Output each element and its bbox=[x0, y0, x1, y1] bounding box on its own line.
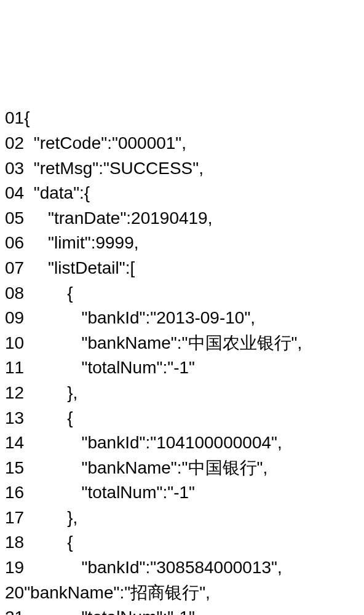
line-number: 14 bbox=[5, 433, 24, 452]
code-text: }, bbox=[24, 383, 77, 402]
code-line: 11 "totalNum":"-1" bbox=[5, 355, 359, 381]
line-number: 02 bbox=[5, 133, 24, 153]
line-number: 05 bbox=[5, 208, 24, 228]
code-text: { bbox=[24, 533, 73, 552]
code-line: 03 "retMsg":"SUCCESS", bbox=[5, 156, 359, 181]
line-number: 06 bbox=[5, 233, 24, 252]
line-number: 11 bbox=[5, 358, 24, 377]
line-number: 16 bbox=[5, 483, 24, 502]
code-line: 13 { bbox=[5, 406, 359, 431]
code-line: 21 "totalNum":"-1" bbox=[5, 605, 359, 615]
code-block: 01{02 "retCode":"000001",03 "retMsg":"SU… bbox=[5, 106, 359, 615]
code-line: 18 { bbox=[5, 530, 359, 555]
line-number: 10 bbox=[5, 333, 24, 352]
code-line: 01{ bbox=[5, 106, 359, 131]
code-line: 04 "data":{ bbox=[5, 181, 359, 206]
code-text: "bankName":"招商银行", bbox=[24, 583, 210, 602]
code-line: 17 }, bbox=[5, 506, 359, 531]
line-number: 17 bbox=[5, 508, 24, 527]
code-text: "tranDate":20190419, bbox=[24, 208, 212, 228]
code-line: 14 "bankId":"104100000004", bbox=[5, 430, 359, 456]
line-number: 15 bbox=[5, 458, 24, 477]
code-line: 20"bankName":"招商银行", bbox=[5, 581, 359, 606]
line-number: 19 bbox=[5, 558, 24, 577]
code-line: 12 }, bbox=[5, 381, 359, 406]
code-text: "data":{ bbox=[24, 183, 90, 202]
code-text: { bbox=[24, 284, 73, 303]
code-text: "limit":9999, bbox=[24, 233, 138, 252]
line-number: 21 bbox=[5, 608, 24, 615]
line-number: 09 bbox=[5, 308, 24, 327]
code-line: 10 "bankName":"中国农业银行", bbox=[5, 331, 359, 356]
line-number: 20 bbox=[5, 583, 24, 602]
line-number: 01 bbox=[5, 108, 24, 127]
line-number: 07 bbox=[5, 258, 24, 277]
code-line: 09 "bankId":"2013-09-10", bbox=[5, 306, 359, 331]
line-number: 13 bbox=[5, 408, 24, 427]
code-text: "totalNum":"-1" bbox=[24, 608, 195, 615]
code-line: 05 "tranDate":20190419, bbox=[5, 206, 359, 231]
code-line: 16 "totalNum":"-1" bbox=[5, 480, 359, 506]
code-line: 02 "retCode":"000001", bbox=[5, 131, 359, 156]
code-line: 07 "listDetail":[ bbox=[5, 256, 359, 281]
line-number: 12 bbox=[5, 383, 24, 402]
code-text: { bbox=[24, 408, 73, 427]
code-line: 15 "bankName":"中国银行", bbox=[5, 456, 359, 481]
code-text: "totalNum":"-1" bbox=[24, 358, 195, 377]
code-text: "bankId":"2013-09-10", bbox=[24, 308, 255, 327]
code-text: "bankId":"104100000004", bbox=[24, 433, 282, 452]
code-text: "retCode":"000001", bbox=[24, 133, 186, 153]
code-text: "bankName":"中国银行", bbox=[24, 458, 267, 477]
line-number: 04 bbox=[5, 183, 24, 202]
code-text: }, bbox=[24, 508, 77, 527]
code-text: { bbox=[24, 108, 30, 127]
code-text: "bankId":"308584000013", bbox=[24, 558, 282, 577]
line-number: 03 bbox=[5, 159, 24, 178]
code-line: 19 "bankId":"308584000013", bbox=[5, 555, 359, 581]
code-text: "totalNum":"-1" bbox=[24, 483, 195, 502]
line-number: 08 bbox=[5, 284, 24, 303]
line-number: 18 bbox=[5, 533, 24, 552]
code-text: "listDetail":[ bbox=[24, 258, 135, 277]
code-line: 06 "limit":9999, bbox=[5, 231, 359, 256]
code-text: "retMsg":"SUCCESS", bbox=[24, 159, 204, 178]
code-text: "bankName":"中国农业银行", bbox=[24, 333, 302, 352]
code-line: 08 { bbox=[5, 281, 359, 306]
